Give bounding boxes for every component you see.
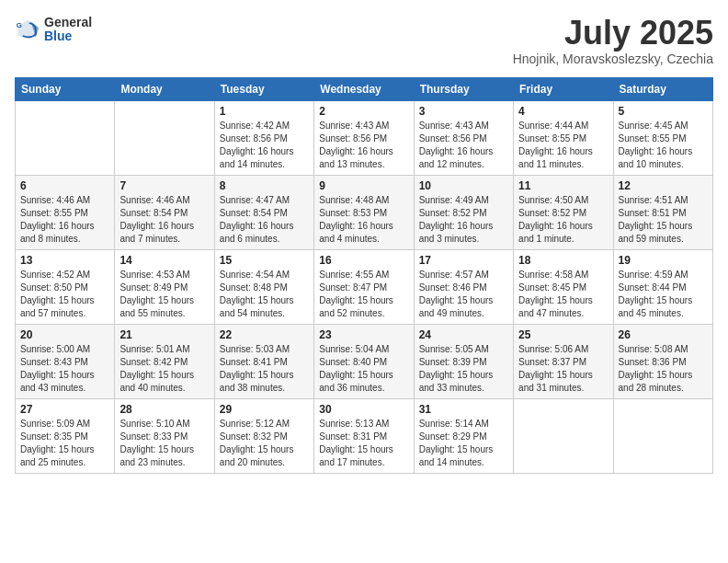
calendar-cell: 9Sunrise: 4:48 AM Sunset: 8:53 PM Daylig… [314, 175, 414, 249]
day-number: 17 [419, 254, 508, 267]
day-info: Sunrise: 4:55 AM Sunset: 8:47 PM Dayligh… [319, 269, 408, 320]
calendar-cell: 15Sunrise: 4:54 AM Sunset: 8:48 PM Dayli… [214, 249, 313, 324]
weekday-header: Friday [514, 77, 613, 100]
calendar-week-row: 13Sunrise: 4:52 AM Sunset: 8:50 PM Dayli… [16, 249, 713, 324]
day-number: 20 [20, 328, 109, 341]
day-info: Sunrise: 5:01 AM Sunset: 8:42 PM Dayligh… [119, 343, 209, 395]
calendar-cell: 5Sunrise: 4:45 AM Sunset: 8:55 PM Daylig… [613, 100, 712, 175]
calendar-cell: 3Sunrise: 4:43 AM Sunset: 8:56 PM Daylig… [414, 100, 513, 175]
day-info: Sunrise: 5:00 AM Sunset: 8:43 PM Dayligh… [20, 343, 109, 395]
calendar-week-row: 20Sunrise: 5:00 AM Sunset: 8:43 PM Dayli… [16, 324, 713, 398]
day-info: Sunrise: 4:59 AM Sunset: 8:44 PM Dayligh… [619, 269, 708, 320]
calendar-cell [613, 398, 712, 473]
calendar-cell: 13Sunrise: 4:52 AM Sunset: 8:50 PM Dayli… [16, 249, 115, 324]
day-number: 3 [419, 105, 508, 118]
page-header: G General Blue July 2025 Hnojnik, Moravs… [15, 15, 713, 66]
day-number: 1 [220, 105, 309, 118]
day-info: Sunrise: 4:47 AM Sunset: 8:54 PM Dayligh… [220, 194, 309, 246]
calendar-cell: 7Sunrise: 4:46 AM Sunset: 8:54 PM Daylig… [115, 175, 214, 249]
calendar-table: SundayMondayTuesdayWednesdayThursdayFrid… [15, 77, 713, 474]
day-number: 22 [220, 328, 309, 341]
day-info: Sunrise: 4:49 AM Sunset: 8:52 PM Dayligh… [419, 194, 508, 246]
day-info: Sunrise: 5:10 AM Sunset: 8:33 PM Dayligh… [119, 418, 209, 469]
day-number: 26 [619, 328, 708, 341]
day-info: Sunrise: 5:04 AM Sunset: 8:40 PM Dayligh… [319, 343, 408, 395]
calendar-week-row: 6Sunrise: 4:46 AM Sunset: 8:55 PM Daylig… [16, 175, 713, 249]
day-number: 5 [619, 105, 708, 118]
day-number: 8 [220, 179, 309, 192]
weekday-header-row: SundayMondayTuesdayWednesdayThursdayFrid… [16, 77, 713, 100]
day-info: Sunrise: 4:45 AM Sunset: 8:55 PM Dayligh… [619, 120, 708, 171]
day-info: Sunrise: 5:08 AM Sunset: 8:36 PM Dayligh… [619, 343, 708, 395]
calendar-cell: 24Sunrise: 5:05 AM Sunset: 8:39 PM Dayli… [414, 324, 513, 398]
calendar-cell: 31Sunrise: 5:14 AM Sunset: 8:29 PM Dayli… [414, 398, 513, 473]
calendar-cell: 18Sunrise: 4:58 AM Sunset: 8:45 PM Dayli… [514, 249, 613, 324]
day-info: Sunrise: 5:09 AM Sunset: 8:35 PM Dayligh… [20, 418, 109, 469]
day-number: 11 [518, 179, 608, 192]
day-number: 23 [319, 328, 408, 341]
calendar-cell: 23Sunrise: 5:04 AM Sunset: 8:40 PM Dayli… [314, 324, 414, 398]
calendar-cell [514, 398, 613, 473]
day-info: Sunrise: 4:53 AM Sunset: 8:49 PM Dayligh… [119, 269, 209, 320]
day-number: 16 [319, 254, 408, 267]
weekday-header: Wednesday [314, 77, 414, 100]
day-number: 9 [319, 179, 408, 192]
calendar-cell: 14Sunrise: 4:53 AM Sunset: 8:49 PM Dayli… [115, 249, 214, 324]
logo: G General Blue [15, 15, 92, 44]
day-number: 18 [518, 254, 608, 267]
calendar-cell: 17Sunrise: 4:57 AM Sunset: 8:46 PM Dayli… [414, 249, 513, 324]
weekday-header: Monday [115, 77, 214, 100]
day-number: 14 [119, 254, 209, 267]
calendar-cell: 19Sunrise: 4:59 AM Sunset: 8:44 PM Dayli… [613, 249, 712, 324]
day-info: Sunrise: 4:48 AM Sunset: 8:53 PM Dayligh… [319, 194, 408, 246]
calendar-cell: 21Sunrise: 5:01 AM Sunset: 8:42 PM Dayli… [115, 324, 214, 398]
day-info: Sunrise: 4:57 AM Sunset: 8:46 PM Dayligh… [419, 269, 508, 320]
day-info: Sunrise: 5:03 AM Sunset: 8:41 PM Dayligh… [220, 343, 309, 395]
day-number: 24 [419, 328, 508, 341]
calendar-cell: 25Sunrise: 5:06 AM Sunset: 8:37 PM Dayli… [514, 324, 613, 398]
day-number: 10 [419, 179, 508, 192]
calendar-cell: 2Sunrise: 4:43 AM Sunset: 8:56 PM Daylig… [314, 100, 414, 175]
day-info: Sunrise: 4:46 AM Sunset: 8:54 PM Dayligh… [119, 194, 209, 246]
calendar-week-row: 1Sunrise: 4:42 AM Sunset: 8:56 PM Daylig… [16, 100, 713, 175]
weekday-header: Tuesday [214, 77, 313, 100]
day-number: 6 [20, 179, 109, 192]
day-info: Sunrise: 5:06 AM Sunset: 8:37 PM Dayligh… [518, 343, 608, 395]
day-number: 21 [119, 328, 209, 341]
calendar-cell: 11Sunrise: 4:50 AM Sunset: 8:52 PM Dayli… [514, 175, 613, 249]
day-info: Sunrise: 4:43 AM Sunset: 8:56 PM Dayligh… [319, 120, 408, 171]
weekday-header: Sunday [16, 77, 115, 100]
calendar-cell [16, 100, 115, 175]
day-number: 25 [518, 328, 608, 341]
day-number: 12 [619, 179, 708, 192]
day-info: Sunrise: 4:44 AM Sunset: 8:55 PM Dayligh… [518, 120, 608, 171]
day-number: 19 [619, 254, 708, 267]
calendar-cell: 30Sunrise: 5:13 AM Sunset: 8:31 PM Dayli… [314, 398, 414, 473]
calendar-cell [115, 100, 214, 175]
day-info: Sunrise: 4:46 AM Sunset: 8:55 PM Dayligh… [20, 194, 109, 246]
logo-blue: Blue [44, 29, 92, 44]
day-info: Sunrise: 4:43 AM Sunset: 8:56 PM Dayligh… [419, 120, 508, 171]
day-number: 31 [419, 403, 508, 416]
day-info: Sunrise: 4:52 AM Sunset: 8:50 PM Dayligh… [20, 269, 109, 320]
calendar-cell: 4Sunrise: 4:44 AM Sunset: 8:55 PM Daylig… [514, 100, 613, 175]
calendar-cell: 28Sunrise: 5:10 AM Sunset: 8:33 PM Dayli… [115, 398, 214, 473]
day-info: Sunrise: 4:51 AM Sunset: 8:51 PM Dayligh… [619, 194, 708, 246]
day-number: 2 [319, 105, 408, 118]
calendar-cell: 27Sunrise: 5:09 AM Sunset: 8:35 PM Dayli… [16, 398, 115, 473]
day-info: Sunrise: 4:58 AM Sunset: 8:45 PM Dayligh… [518, 269, 608, 320]
day-number: 30 [319, 403, 408, 416]
svg-text:G: G [17, 21, 22, 29]
calendar-cell: 12Sunrise: 4:51 AM Sunset: 8:51 PM Dayli… [613, 175, 712, 249]
day-info: Sunrise: 4:54 AM Sunset: 8:48 PM Dayligh… [220, 269, 309, 320]
day-number: 28 [119, 403, 209, 416]
day-info: Sunrise: 5:13 AM Sunset: 8:31 PM Dayligh… [319, 418, 408, 469]
calendar-cell: 10Sunrise: 4:49 AM Sunset: 8:52 PM Dayli… [414, 175, 513, 249]
weekday-header: Saturday [613, 77, 712, 100]
day-info: Sunrise: 5:05 AM Sunset: 8:39 PM Dayligh… [419, 343, 508, 395]
calendar-cell: 29Sunrise: 5:12 AM Sunset: 8:32 PM Dayli… [214, 398, 313, 473]
calendar-cell: 8Sunrise: 4:47 AM Sunset: 8:54 PM Daylig… [214, 175, 313, 249]
calendar-cell: 22Sunrise: 5:03 AM Sunset: 8:41 PM Dayli… [214, 324, 313, 398]
day-number: 29 [220, 403, 309, 416]
calendar-cell: 6Sunrise: 4:46 AM Sunset: 8:55 PM Daylig… [16, 175, 115, 249]
